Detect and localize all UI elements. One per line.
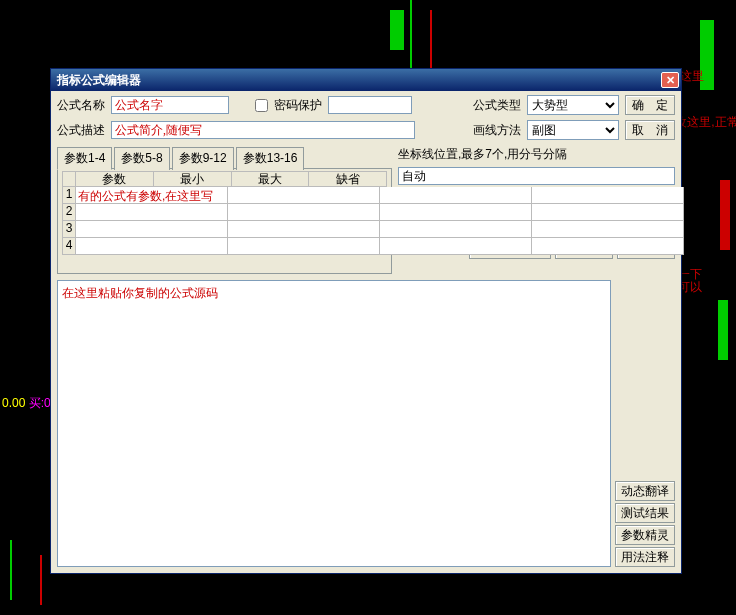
param-row: 4	[62, 238, 387, 255]
password-checkbox[interactable]	[255, 99, 268, 112]
draw-label: 画线方法	[473, 122, 521, 139]
param-cell[interactable]	[380, 204, 532, 221]
param-cell[interactable]	[532, 204, 684, 221]
titlebar[interactable]: 指标公式编辑器 ✕	[51, 69, 681, 91]
param-cell[interactable]	[76, 221, 228, 238]
param-cell[interactable]	[228, 187, 380, 204]
cancel-button[interactable]: 取 消	[625, 120, 675, 140]
param-cell[interactable]	[228, 204, 380, 221]
desc-input[interactable]	[111, 121, 415, 139]
tab-params-1-4[interactable]: 参数1-4	[57, 147, 112, 170]
type-select[interactable]: 大势型	[527, 95, 619, 115]
param-wizard-button[interactable]: 参数精灵	[615, 525, 675, 545]
dynamic-translate-button[interactable]: 动态翻译	[615, 481, 675, 501]
close-button[interactable]: ✕	[661, 72, 679, 88]
test-result-button[interactable]: 测试结果	[615, 503, 675, 523]
name-label: 公式名称	[57, 97, 105, 114]
draw-select[interactable]: 副图	[527, 120, 619, 140]
param-tabs: 参数1-4 参数5-8 参数9-12 参数13-16	[57, 146, 392, 169]
params-grid: 参数 最小 最大 缺省 1 2 3 4 有的公式有参数,在这里写	[57, 168, 392, 274]
param-cell[interactable]	[228, 221, 380, 238]
password-input[interactable]	[328, 96, 412, 114]
col-param: 参数	[76, 171, 154, 187]
param-cell[interactable]	[380, 187, 532, 204]
formula-code-input[interactable]	[57, 280, 611, 567]
col-default: 缺省	[309, 171, 387, 187]
coord-label: 坐标线位置,最多7个,用分号分隔	[398, 146, 567, 163]
desc-label: 公式描述	[57, 122, 105, 139]
param-cell[interactable]	[380, 238, 532, 255]
param-row: 2	[62, 204, 387, 221]
tab-params-9-12[interactable]: 参数9-12	[172, 147, 234, 170]
param-cell[interactable]	[380, 221, 532, 238]
param-cell[interactable]	[76, 238, 228, 255]
name-input[interactable]	[111, 96, 229, 114]
col-max: 最大	[232, 171, 310, 187]
param-cell[interactable]	[532, 187, 684, 204]
password-label: 密码保护	[274, 97, 322, 114]
tab-params-13-16[interactable]: 参数13-16	[236, 147, 305, 170]
ok-button[interactable]: 确 定	[625, 95, 675, 115]
param-note: 有的公式有参数,在这里写	[78, 188, 213, 205]
param-cell[interactable]	[532, 238, 684, 255]
formula-editor-dialog: 指标公式编辑器 ✕ 公式名称 密码保护 公式类型 大势型 确 定 公式描述 画线…	[50, 68, 682, 574]
type-label: 公式类型	[473, 97, 521, 114]
bg-price-text: 0.00 买:0.	[2, 395, 54, 412]
dialog-title: 指标公式编辑器	[57, 72, 661, 89]
param-cell[interactable]	[76, 204, 228, 221]
param-row: 3	[62, 221, 387, 238]
usage-notes-button[interactable]: 用法注释	[615, 547, 675, 567]
param-cell[interactable]	[228, 238, 380, 255]
tab-params-5-8[interactable]: 参数5-8	[114, 147, 169, 170]
coord-input[interactable]	[398, 167, 675, 185]
param-cell[interactable]	[532, 221, 684, 238]
col-min: 最小	[154, 171, 232, 187]
